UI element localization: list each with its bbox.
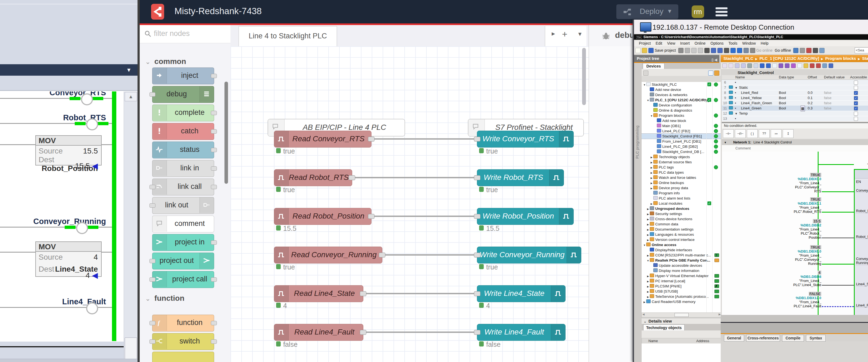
tree-item[interactable]: Program info <box>642 191 721 196</box>
output-port[interactable] <box>211 148 217 152</box>
table-row[interactable]: 12▼ Temp <box>722 111 868 116</box>
save-project-button[interactable]: Save project <box>655 48 676 53</box>
input-operand[interactable]: FALSE%DB1.DBX12.0"From_Line4_PLC".Line4_… <box>788 292 821 308</box>
palette-node-project-out[interactable]: project out <box>152 253 214 270</box>
output-port[interactable] <box>360 330 366 335</box>
output-port[interactable] <box>211 240 217 245</box>
inspector-tab-cross-references[interactable]: Cross-references <box>746 335 780 341</box>
palette-scrollbar[interactable] <box>224 82 228 184</box>
write-node[interactable]: Write Line4_Fault <box>477 324 565 341</box>
table-row[interactable]: 8▪Line4_RedBool0.0false✓ <box>722 90 868 95</box>
palette-node-debug[interactable]: debug <box>152 86 214 103</box>
mov-instruction[interactable]: MOVSource15.5DestRobot_Position15.5 ◀ <box>35 135 102 166</box>
toolbar-icon[interactable] <box>704 48 710 53</box>
editor-tool-icon[interactable] <box>766 63 771 68</box>
palette-node-switch[interactable]: switch <box>152 333 214 350</box>
toolbar-icon[interactable] <box>698 48 703 53</box>
flow-tab[interactable]: Line 4 to Stacklight PLC <box>239 26 337 47</box>
output-port[interactable] <box>349 175 355 180</box>
palette-node-status[interactable]: status <box>152 142 214 159</box>
input-port[interactable] <box>474 330 480 335</box>
input-operand[interactable]: TRUE%DB1.DBX6.0"From_Line4_PLC".Conveyor… <box>788 245 821 266</box>
editor-tool-icon[interactable] <box>785 63 789 68</box>
input-port[interactable] <box>150 203 155 208</box>
details-tab[interactable]: Technology objects <box>643 325 685 331</box>
details-view-header[interactable]: ⌄Details view <box>642 318 721 324</box>
toolbar-icon[interactable] <box>678 48 683 53</box>
output-coil[interactable] <box>86 118 98 130</box>
rung-tag-label[interactable]: Line4_Fault <box>62 297 106 306</box>
favorite-instruction-5[interactable]: ↥ <box>783 129 794 138</box>
tree-item[interactable]: ▶Languages & resources <box>642 232 721 237</box>
tree-item[interactable]: ▶COM [RS232/PPI multi-master c...? <box>642 253 721 258</box>
tree-item[interactable]: Add new device <box>642 87 721 92</box>
toolbar-icon[interactable] <box>636 48 641 53</box>
toolbar-icon[interactable] <box>737 48 742 53</box>
table-view-icon[interactable] <box>708 71 713 76</box>
favorite-instruction-0[interactable]: ⊣⊢ <box>723 129 734 138</box>
rdp-titlebar[interactable]: 192.168.0.137 - Remote Desktop Connectio… <box>634 20 868 34</box>
inspector-tab-syntax[interactable]: Syntax <box>806 335 826 341</box>
input-port[interactable] <box>474 175 480 180</box>
output-port[interactable] <box>211 321 217 325</box>
tree-item[interactable]: ▶Device proxy data <box>642 185 721 191</box>
menu-edit[interactable]: Edit <box>656 40 662 46</box>
tree-item[interactable]: ▼Program blocks <box>642 113 721 118</box>
tree-item[interactable]: ▶PLCSIM [PN/IE]✗ <box>642 284 721 289</box>
sort-icon[interactable] <box>714 71 719 76</box>
output-port[interactable] <box>211 129 217 134</box>
tree-item[interactable]: Display/hide interfaces <box>642 247 721 253</box>
toolbar-icon[interactable] <box>731 48 736 53</box>
tree-item[interactable]: PLC alarm text lists <box>642 196 721 201</box>
read-node[interactable]: Read Robot_Position <box>274 208 372 225</box>
tree-item[interactable]: ▶Technology objects <box>642 154 721 160</box>
editor-tool-icon[interactable] <box>747 63 752 68</box>
tree-item[interactable]: ▶Version control interface <box>642 237 721 242</box>
ladder-canvas[interactable]: Conveyor_RTSRobot_RTSMOVSource15.5DestRo… <box>0 91 124 341</box>
menu-project[interactable]: Project <box>639 40 651 46</box>
tree-item[interactable]: ▶Documentation settings <box>642 227 721 232</box>
user-avatar[interactable]: rm <box>692 5 704 18</box>
favorite-instruction-2[interactable]: ( ) <box>747 129 758 138</box>
tree-item[interactable]: ▶Security settings <box>642 211 721 216</box>
input-operand[interactable]: 15.5%DB1.DBD2"From_Line4_PLC".Robot_Posi… <box>788 219 821 240</box>
palette-node-complete[interactable]: complete <box>152 105 214 121</box>
output-port[interactable] <box>211 74 217 78</box>
output-coil[interactable] <box>76 222 88 234</box>
read-node[interactable]: Read Conveyor_RTS <box>274 131 372 147</box>
editor-tool-icon[interactable] <box>722 63 727 68</box>
tree-item[interactable]: ▶Cross-device functions <box>642 216 721 222</box>
write-node[interactable]: Write Robot_Position <box>477 208 574 225</box>
input-port[interactable] <box>150 277 155 282</box>
ladder-vertical-scrollbar[interactable]: ▲ <box>124 91 138 362</box>
input-port[interactable] <box>150 339 155 344</box>
write-node[interactable]: Write Robot_RTS <box>477 169 564 186</box>
toolbar-icon[interactable] <box>793 48 799 53</box>
accessible-checkbox[interactable] <box>854 81 858 85</box>
tree-item[interactable]: Stacklight_Control_DB [... <box>642 149 721 154</box>
debug-sidebar-header[interactable]: debug <box>589 25 636 47</box>
output-port[interactable] <box>211 339 217 344</box>
breadcrumb[interactable]: Stacklight_PLC▶PLC_1 [CPU 1212C AC/DC/Rl… <box>721 55 868 62</box>
scroll-up-icon[interactable]: ▲ <box>125 92 137 101</box>
input-port[interactable] <box>474 137 480 142</box>
tree-item[interactable]: Display more information <box>642 268 721 273</box>
palette-node-function[interactable]: ffunction <box>152 315 214 332</box>
toolbar-icon[interactable] <box>800 48 805 53</box>
tree-tool-icon[interactable] <box>643 71 648 76</box>
tree-item[interactable]: ▶Online backups <box>642 180 721 185</box>
menu-insert[interactable]: Insert <box>680 40 690 46</box>
tree-item[interactable]: ▶TeleService [Automatic protoco... <box>642 294 721 299</box>
input-port[interactable] <box>150 321 155 325</box>
input-port[interactable] <box>150 92 155 96</box>
rung-tag-label[interactable]: Conveyor_Running <box>33 217 106 226</box>
table-row[interactable]: 11▪Line4_GreenBool▦0.3false✓ <box>722 106 868 111</box>
editor-tool-icon[interactable] <box>772 63 777 68</box>
tree-item[interactable]: Line4_PLC [FB2] <box>642 129 721 134</box>
menu-options[interactable]: Options <box>710 40 723 46</box>
write-node[interactable]: Write Conveyor_RTS <box>477 131 574 147</box>
toolbar-icon[interactable] <box>806 48 811 53</box>
tree-item[interactable]: Device configuration <box>642 103 721 108</box>
network-comment[interactable]: Comment <box>722 145 868 152</box>
accessible-checkbox[interactable] <box>854 86 858 90</box>
